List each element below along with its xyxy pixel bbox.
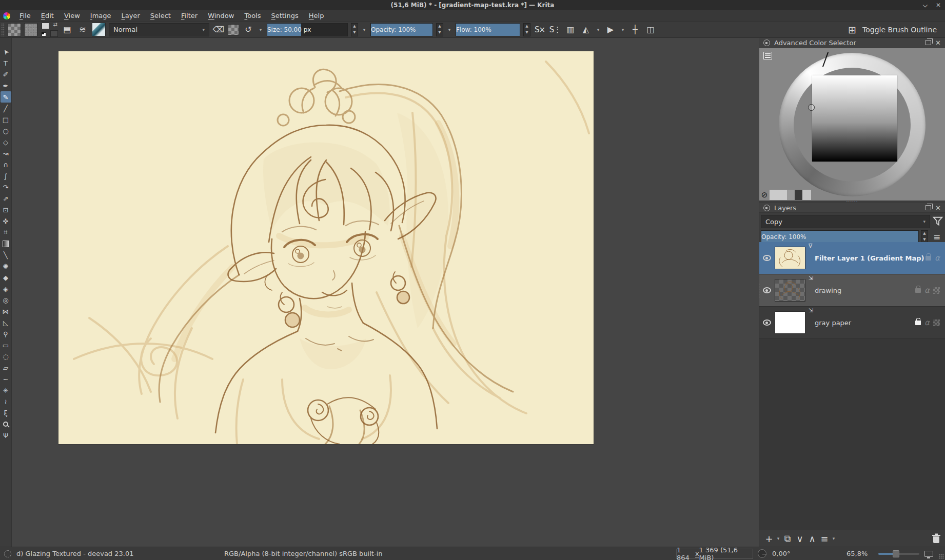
color-cursor-icon[interactable]: [808, 104, 815, 111]
opacity-spinner[interactable]: ▲▼: [436, 23, 443, 36]
foreground-color-swatch[interactable]: [42, 23, 49, 29]
layer-thumbnail[interactable]: [775, 247, 805, 269]
flow-slider[interactable]: Flow: 100%: [456, 23, 520, 36]
gradient-chooser-swatch[interactable]: [8, 23, 21, 36]
current-brush-thumbnail[interactable]: [92, 23, 106, 36]
wrap-around-icon[interactable]: ┽: [629, 23, 641, 36]
polyline-tool-icon[interactable]: ↝: [1, 148, 11, 159]
rectangular-selection-tool-icon[interactable]: ▭: [1, 339, 11, 351]
similar-color-selection-tool-icon[interactable]: ✳: [1, 385, 11, 396]
swap-colors-icon[interactable]: ⇄: [53, 22, 57, 27]
color-history-swatch[interactable]: [770, 190, 787, 200]
color-sampler-tool-icon[interactable]: ╲: [1, 249, 11, 261]
menu-select[interactable]: Select: [145, 11, 176, 21]
enclose-fill-tool-icon[interactable]: ◈: [1, 283, 11, 294]
inherit-alpha-icon[interactable]: [933, 287, 940, 294]
fill-tool-icon[interactable]: ◆: [1, 272, 11, 283]
color-profile-status[interactable]: RGB/Alpha (8-bit integer/channel) sRGB b…: [224, 550, 382, 557]
pattern-chooser-swatch[interactable]: [24, 23, 37, 36]
opacity-slider[interactable]: Opacity: 100%: [370, 23, 433, 36]
docker-lock-icon[interactable]: [763, 39, 770, 46]
image-size-status[interactable]: 1 864 x 1 369 (51,6 MiB): [676, 549, 753, 559]
chevron-down-icon[interactable]: ▾: [620, 27, 626, 32]
reference-images-tool-icon[interactable]: ⚲: [1, 328, 11, 339]
workspace-chooser-icon[interactable]: ⊞: [846, 23, 858, 36]
menu-window[interactable]: Window: [203, 11, 239, 21]
preserve-alpha-icon[interactable]: [228, 24, 239, 35]
chevron-down-icon[interactable]: ▾: [258, 27, 264, 32]
fit-to-screen-icon[interactable]: [924, 551, 933, 557]
zoom-level-value[interactable]: 65,8%: [846, 550, 868, 557]
freehand-path-tool-icon[interactable]: ∫: [1, 170, 11, 182]
multibrush-tool-icon[interactable]: ⇗: [1, 193, 11, 204]
layer-blend-mode-combobox[interactable]: Copy ▾: [761, 215, 930, 228]
crop-tool-icon[interactable]: ⌗: [1, 227, 11, 238]
pan-tool-icon[interactable]: Ψ: [1, 430, 11, 441]
magnetic-selection-tool-icon[interactable]: ξ: [1, 407, 11, 418]
layer-visibility-icon[interactable]: [759, 255, 775, 261]
mirror-horizontal-icon[interactable]: ◭: [580, 23, 592, 36]
rectangle-tool-icon[interactable]: □: [1, 114, 11, 125]
layer-thumbnail[interactable]: [775, 311, 805, 334]
chevron-down-icon[interactable]: ▾: [361, 27, 367, 32]
canvas-rotation-dial-icon[interactable]: [758, 549, 766, 558]
menu-help[interactable]: Help: [304, 11, 329, 21]
colorize-mask-tool-icon[interactable]: ◎: [1, 294, 11, 306]
eraser-mode-icon[interactable]: ⌫: [212, 23, 225, 36]
chevron-down-icon[interactable]: ▾: [595, 27, 601, 32]
move-layer-down-button[interactable]: ∨: [794, 532, 805, 545]
layer-visibility-icon[interactable]: [759, 319, 775, 326]
inherit-alpha-icon[interactable]: [933, 319, 940, 326]
layer-alpha-icon[interactable]: α: [924, 318, 930, 327]
none-color-icon[interactable]: ⊘: [759, 190, 770, 199]
assistants-tool-icon[interactable]: ⋈: [1, 306, 11, 317]
dynamic-brush-tool-icon[interactable]: ↷: [1, 182, 11, 193]
ellipse-tool-icon[interactable]: ○: [1, 125, 11, 136]
color-history-swatch[interactable]: [787, 190, 795, 200]
layer-options-icon[interactable]: ≡: [930, 232, 943, 242]
blending-mode-combobox[interactable]: Normal ▾: [109, 23, 209, 36]
selection-indicator-icon[interactable]: [4, 550, 11, 557]
close-window-icon[interactable]: ✕: [936, 2, 941, 9]
flow-spinner[interactable]: ▲▼: [523, 23, 530, 36]
disable-pressure-icon[interactable]: S×: [534, 23, 546, 36]
layer-row[interactable]: ⇲gray paperα: [759, 307, 945, 339]
split-view-icon[interactable]: ◫: [644, 23, 657, 36]
docker-lock-icon[interactable]: [763, 205, 770, 211]
background-color-swatch[interactable]: [50, 30, 58, 37]
polygonal-selection-tool-icon[interactable]: ▱: [1, 362, 11, 373]
canvas[interactable]: [58, 51, 594, 444]
menu-edit[interactable]: Edit: [36, 11, 59, 21]
shade-window-icon[interactable]: ⌵: [923, 2, 928, 9]
layer-row[interactable]: ⇲drawingα: [759, 274, 945, 307]
advanced-color-selector[interactable]: ⊘ ······: [759, 48, 945, 201]
save-preset-icon[interactable]: ▥: [564, 23, 577, 36]
select-shapes-tool-icon[interactable]: ➤: [1, 46, 11, 57]
reload-preset-icon[interactable]: ↺: [242, 23, 254, 36]
menu-tools[interactable]: Tools: [239, 11, 266, 21]
layer-filter-icon[interactable]: [932, 216, 943, 227]
menu-file[interactable]: File: [14, 11, 36, 21]
size-spinner[interactable]: ▲▼: [351, 23, 358, 36]
brush-size-slider[interactable]: Size: 50,00 px: [267, 23, 348, 36]
layer-name[interactable]: drawing: [815, 287, 915, 294]
layer-alpha-icon[interactable]: α: [935, 253, 940, 263]
layer-visibility-icon[interactable]: [759, 287, 775, 293]
layer-alpha-icon[interactable]: α: [924, 286, 930, 295]
layer-row[interactable]: ∇Filter Layer 1 (Gradient Map)α: [759, 242, 945, 274]
layer-thumbnail[interactable]: [775, 279, 805, 302]
default-colors-icon[interactable]: [42, 32, 46, 36]
canvas-area[interactable]: [12, 38, 759, 547]
layer-lock-icon[interactable]: [926, 256, 931, 261]
color-history-swatch[interactable]: [802, 190, 811, 200]
elliptical-selection-tool-icon[interactable]: ◌: [1, 351, 11, 362]
menu-view[interactable]: View: [59, 11, 85, 21]
edit-shapes-tool-icon[interactable]: ✐: [1, 69, 11, 80]
layer-lock-icon[interactable]: [915, 321, 921, 325]
foreground-background-colors[interactable]: ⇄: [41, 23, 58, 37]
calligraphy-tool-icon[interactable]: ✒: [1, 80, 11, 91]
polygon-tool-icon[interactable]: ◇: [1, 136, 11, 148]
float-docker-icon[interactable]: [926, 40, 931, 45]
chevron-down-icon[interactable]: ▾: [831, 532, 836, 545]
smart-patch-tool-icon[interactable]: ✺: [1, 261, 11, 272]
